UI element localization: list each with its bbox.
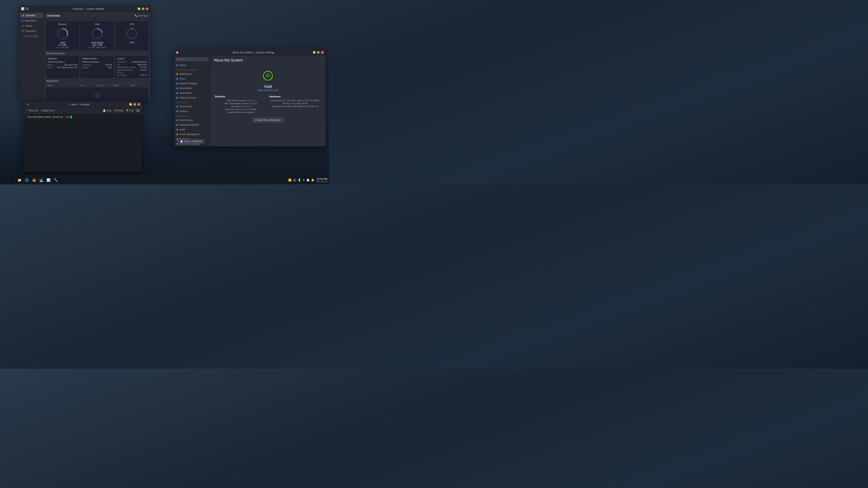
settings-nav-online-accounts[interactable]: Online Accounts	[174, 95, 210, 100]
new-tab-button[interactable]: + New Tab	[26, 109, 39, 112]
cpu-title: CPU	[117, 23, 147, 26]
settings-nav-accessibility[interactable]: Accessibility	[174, 86, 210, 91]
copy-button[interactable]: 📋 Copy	[102, 109, 112, 112]
sidebar-item-overview-label: Overview	[26, 14, 35, 17]
cpu-card: CPU 1.4%	[115, 21, 149, 51]
konsole-content[interactable]: [michael@michael-desktop ~]$ █	[24, 114, 142, 172]
ipv4-value: 192.168.0.129	[64, 64, 78, 66]
add-page-icon: +	[22, 35, 23, 37]
konsole-prompt: [michael@michael-desktop ~]$	[27, 116, 70, 119]
apps-table-header: Name CPU Memory Read Write	[46, 84, 149, 88]
settings-nav-search[interactable]: Search ›	[174, 63, 210, 68]
konsole-menu-button[interactable]	[135, 109, 140, 112]
disk-gauge	[90, 27, 104, 40]
konsole-app-icon: 🖥	[26, 103, 29, 106]
settings-nav-applications[interactable]: Applications ›	[174, 91, 210, 95]
taskbar-icon-firefox[interactable]: 🦊	[31, 177, 37, 183]
system-panel: System Hostname michael-desktop OS Void …	[115, 56, 149, 78]
paste-button[interactable]: 📌 Paste	[113, 109, 124, 112]
taskbar-icon-tools[interactable]: ⚙	[2, 177, 8, 183]
edit-page-button[interactable]: ✏️ Edit Page	[134, 14, 148, 17]
wired-name: Wired connection 1	[48, 61, 77, 63]
settings-nav-audio[interactable]: Audio	[174, 127, 210, 132]
taskbar-sys-icons: 📶 🔊 🔋 ⚙ 📋 🔔	[288, 178, 314, 182]
settings-nav-regional[interactable]: Regional Settings ›	[174, 81, 210, 86]
settings-nav-input-devices[interactable]: Input Devices ›	[174, 118, 210, 123]
settings-nav-users[interactable]: Users	[174, 76, 210, 81]
settings-close-button[interactable]	[321, 51, 324, 54]
settings-maximize-button[interactable]	[317, 51, 320, 54]
network-rates-panel: Network Rates Wired connection 1 Downloa…	[81, 56, 114, 78]
settings-nav-notifications[interactable]: Notifications	[174, 72, 210, 76]
sidebar-item-add-page[interactable]: + Add New Page...	[19, 34, 44, 39]
input-devices-label: Input Devices	[180, 119, 193, 121]
taskbar-settings-icon[interactable]: ⚙	[303, 178, 305, 182]
taskbar-icon-files[interactable]: 📁	[16, 177, 23, 183]
network-rates-title: Network Rates	[82, 57, 112, 60]
konsole-minimize-button[interactable]	[129, 103, 132, 106]
konsole-action-buttons: 📋 Copy 📌 Paste 🔍 Find	[102, 109, 140, 112]
taskbar-icon-settings[interactable]: 🔧	[53, 177, 59, 183]
os-row: OS Void Linux	[117, 64, 147, 66]
taskbar-icon-monitor[interactable]: 📊	[45, 177, 52, 183]
sidebar-item-history[interactable]: ◷ History	[19, 23, 44, 29]
power-chevron-icon: ›	[207, 133, 208, 135]
taskbar: ⚙ 🖥 📁 🌐 🦊 💻 📊 🔧 📶 🔊 🔋 ⚙ 📋 🔔 10:43 PM Mon…	[0, 175, 329, 184]
history-icon: ◷	[22, 24, 24, 27]
sysmon-close-button[interactable]	[146, 7, 149, 10]
sysmon-minimize-button[interactable]	[138, 7, 141, 10]
sidebar-item-applications[interactable]: ⧉ Applications	[19, 18, 44, 23]
settings-nav-display[interactable]: Display and Monitor ›	[174, 123, 210, 127]
ipv6-row: IPv6 fe80::65acb23:ea6c:67c2	[48, 66, 77, 69]
sysmon-main-header: Overview ✏️ Edit Page	[44, 12, 150, 20]
find-button[interactable]: 🔍 Find	[125, 109, 135, 112]
settings-nav-connections[interactable]: Connections	[174, 104, 210, 109]
settings-nav-network-settings[interactable]: Settings ›	[174, 109, 210, 113]
memory-gauge	[56, 27, 69, 40]
split-view-button[interactable]: ⊟ Split View ▼	[40, 109, 57, 112]
users-label: Users	[180, 77, 185, 80]
settings-nav-thunderbolt[interactable]: Thunderbolt	[174, 146, 210, 147]
network-settings-chevron-icon: ›	[207, 110, 208, 112]
konsole-close-button[interactable]	[137, 103, 140, 106]
settings-nav-power[interactable]: Power Management ›	[174, 132, 210, 137]
os-url[interactable]: https://voidlinux.org/	[258, 89, 278, 92]
taskbar-battery-icon[interactable]: 🔋	[298, 178, 301, 182]
settings-home-icon[interactable]: 🏠	[176, 51, 179, 54]
show-more-button[interactable]: ℹ Show More Information	[252, 118, 283, 123]
hardware-title: Hardware	[269, 95, 321, 98]
sysmon-maximize-button[interactable]	[142, 7, 145, 10]
taskbar-left: ⚙ 🖥 📁 🌐 🦊 💻 📊 🔧	[2, 177, 59, 183]
col-cpu: CPU	[81, 84, 97, 87]
sidebar-item-processes[interactable]: ☰ Processes	[19, 29, 44, 34]
taskbar-icon-terminal[interactable]: 💻	[38, 177, 44, 183]
settings-minimize-button[interactable]	[313, 51, 315, 54]
taskbar-notifications-icon[interactable]: 🔔	[311, 178, 314, 182]
settings-search-input[interactable]	[176, 57, 209, 61]
disk-total: 2.7 TiB Total Space	[82, 46, 112, 48]
qt-row: Qt Version 5.15.11	[117, 74, 147, 76]
taskbar-clock[interactable]: 10:43 PM Mon, Apr 22	[316, 177, 327, 183]
sidebar-item-overview[interactable]: ⊙ Overview	[20, 13, 43, 18]
taskbar-clipboard-icon[interactable]: 📋	[306, 178, 310, 182]
taskbar-icon-desktop[interactable]: 🖥	[9, 177, 16, 183]
settings-body: Search › Personalization Notifications U…	[174, 56, 326, 147]
taskbar-icon-browser[interactable]: 🌐	[24, 177, 30, 183]
audio-label: Audio	[180, 128, 185, 131]
new-tab-icon: +	[27, 109, 29, 112]
sw-row-5: Graphics Platform: Wayland	[215, 111, 267, 113]
hw-row-3: Graphics Processor: AMD Radeon RX 7900 X…	[269, 105, 321, 107]
settings-back-icon[interactable]: ‹	[180, 51, 181, 54]
disk-used-label: Used Space	[82, 41, 112, 44]
taskbar-network-icon[interactable]: 📶	[288, 178, 291, 182]
info-icon: ℹ	[255, 119, 256, 121]
col-memory: Memory	[97, 84, 114, 87]
taskbar-volume-icon[interactable]: 🔊	[293, 178, 296, 182]
applications-dot	[176, 92, 178, 94]
konsole-toolbar: + New Tab ⊟ Split View ▼ 📋 Copy 📌 Paste …	[24, 107, 142, 114]
sysmon-menu-button[interactable]	[26, 8, 29, 10]
memory-total: 31.1 GiB Total	[48, 46, 77, 48]
konsole-maximize-button[interactable]	[133, 103, 136, 106]
settings-forward-icon[interactable]: ›	[182, 51, 183, 54]
accessibility-dot	[176, 88, 178, 89]
